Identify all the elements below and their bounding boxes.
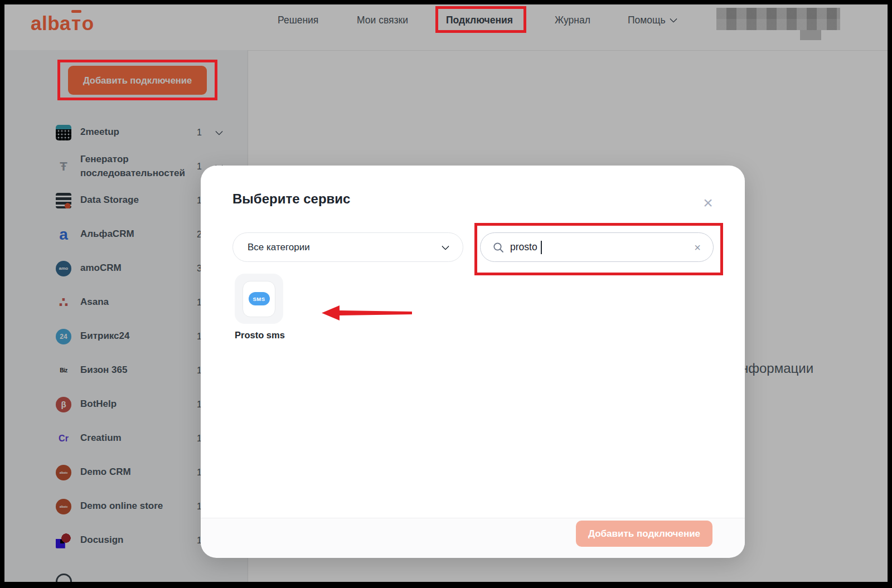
service-tile: SMS: [235, 274, 283, 324]
sidebar-button-highlight-box: [57, 60, 217, 100]
select-service-modal: Выберите сервис × Все категории prosto: [201, 166, 745, 557]
sms-bubble-label: SMS: [253, 296, 265, 302]
sms-bubble-icon: SMS: [249, 292, 270, 305]
category-dropdown-value: Все категории: [248, 242, 310, 253]
service-name: Prosto sms: [235, 330, 283, 341]
red-arrow-annotation: [321, 304, 413, 322]
close-icon[interactable]: ×: [697, 192, 719, 213]
modal-title: Выберите сервис: [232, 191, 350, 207]
chevron-down-icon: [442, 242, 449, 250]
screenshot-frame: albaтo Решения Мои связки Подключения Жу…: [0, 0, 892, 588]
nav-highlight-box: [435, 6, 526, 33]
app-screen: albaтo Решения Мои связки Подключения Жу…: [4, 4, 888, 582]
service-result-card[interactable]: SMS Prosto sms: [235, 274, 283, 341]
category-dropdown[interactable]: Все категории: [232, 232, 463, 262]
modal-footer: Добавить подключение: [201, 518, 745, 558]
service-logo: SMS: [243, 281, 275, 317]
modal-add-connection-button[interactable]: Добавить подключение: [576, 521, 712, 547]
search-highlight-box: [474, 223, 723, 275]
search-results: SMS Prosto sms: [235, 274, 283, 341]
